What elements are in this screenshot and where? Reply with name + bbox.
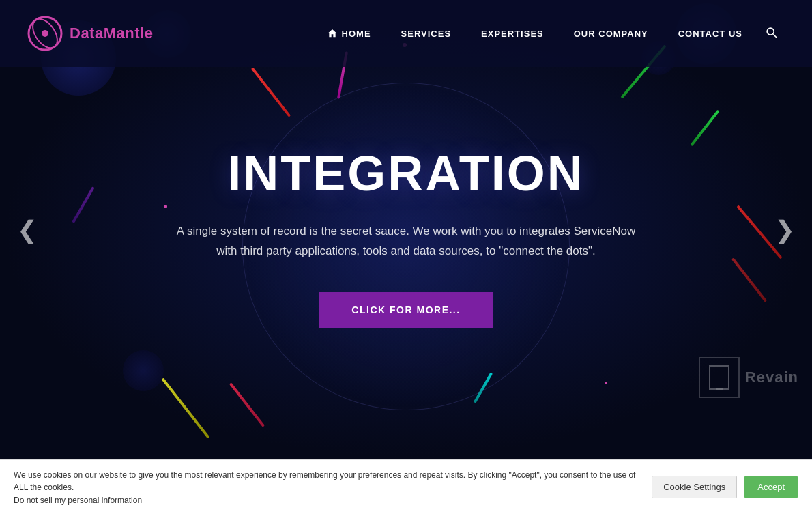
nav-label-our-company: OUR COMPANY	[574, 29, 648, 39]
svg-point-2	[42, 30, 48, 37]
revain-text: Revain	[745, 369, 798, 386]
stick-1	[251, 67, 291, 117]
carousel-next-button[interactable]: ❯	[761, 209, 809, 251]
hero-subtitle: A single system of record is the secret …	[167, 222, 645, 261]
nav-item-expertises[interactable]: EXPERTISES	[466, 29, 559, 39]
nav-item-home[interactable]: HOME	[312, 28, 386, 39]
revain-logo-inner	[709, 365, 729, 390]
stick-7	[162, 377, 210, 438]
stick-4	[690, 110, 719, 147]
navbar: DataMantle HOME SERVICES EXPERTISES OUR …	[0, 0, 812, 67]
nav-label-contact-us: CONTACT US	[678, 29, 742, 39]
hero-content: INTEGRATION A single system of record is…	[167, 145, 645, 328]
stick-8	[229, 382, 265, 427]
revain-logo-box	[699, 357, 740, 398]
cookie-settings-button[interactable]: Cookie Settings	[652, 476, 737, 498]
hero-section: ❮ INTEGRATION A single system of record …	[0, 0, 812, 459]
logo-text: DataMantle	[70, 25, 153, 42]
revain-watermark: Revain	[699, 357, 798, 398]
nav-item-contact-us[interactable]: CONTACT US	[663, 29, 757, 39]
nav-label-expertises: EXPERTISES	[481, 29, 544, 39]
orb-5	[123, 350, 164, 391]
cookie-text-wrap: We use cookies on our website to give yo…	[14, 469, 638, 506]
cookie-accept-button[interactable]: Accept	[744, 476, 798, 498]
carousel-prev-button[interactable]: ❮	[3, 209, 51, 251]
nav-links: HOME SERVICES EXPERTISES OUR COMPANY CON…	[312, 25, 785, 42]
cookie-banner: We use cookies on our website to give yo…	[0, 459, 812, 514]
logo-icon	[27, 16, 63, 51]
logo[interactable]: DataMantle	[27, 16, 153, 51]
nav-label-home: HOME	[342, 29, 371, 39]
nav-label-services: SERVICES	[401, 29, 452, 39]
search-button[interactable]	[757, 25, 785, 41]
arrow-right-icon: ❯	[774, 216, 795, 244]
home-icon	[327, 28, 338, 39]
arrow-left-icon: ❮	[17, 216, 38, 244]
hero-cta-button[interactable]: CLICK FOR MORE...	[319, 292, 493, 328]
nav-item-our-company[interactable]: OUR COMPANY	[559, 29, 663, 39]
cookie-do-not-sell-link[interactable]: Do not sell my personal information	[14, 496, 142, 505]
search-icon	[764, 25, 778, 39]
hero-title: INTEGRATION	[167, 145, 645, 201]
nav-item-services[interactable]: SERVICES	[386, 29, 467, 39]
dot-3	[605, 382, 607, 384]
stick-6	[731, 257, 767, 302]
stick-10	[72, 186, 94, 223]
cookie-main-text: We use cookies on our website to give yo…	[14, 469, 638, 494]
nav-search[interactable]	[757, 25, 785, 42]
cookie-buttons: Cookie Settings Accept	[652, 476, 798, 498]
